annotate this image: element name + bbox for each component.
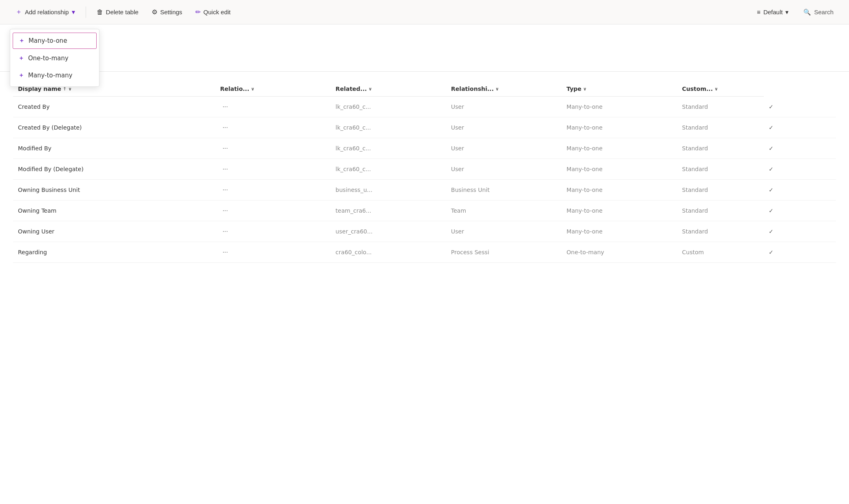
sort-icon: ∨ [369, 86, 372, 92]
cell-actions: ··· [215, 97, 331, 117]
table-cell: Created By [13, 97, 215, 117]
default-label: Default [763, 9, 783, 15]
search-button[interactable]: 🔍 Search [798, 5, 839, 19]
plus-icon: ＋ [15, 8, 22, 16]
checkmark-icon: ✓ [769, 145, 774, 152]
table-cell: User [446, 159, 562, 180]
settings-button[interactable]: ⚙ Settings [146, 5, 188, 19]
sort-desc-icon: ∨ [68, 86, 72, 92]
default-view-button[interactable]: ≡ Default ▾ [751, 5, 794, 19]
table-cell: cra60_colo... [331, 242, 446, 263]
cell-custom: ✓ [764, 117, 836, 138]
table-row: Modified By···lk_cra60_c...UserMany-to-o… [13, 138, 836, 159]
toolbar-right: ≡ Default ▾ 🔍 Search [751, 5, 839, 19]
table-cell: Created By (Delegate) [13, 117, 215, 138]
many-to-many-label: Many-to-many [28, 72, 73, 79]
table-cell: Team [446, 200, 562, 221]
table-row: Owning Team···team_cra6...TeamMany-to-on… [13, 200, 836, 221]
table-row: Regarding···cra60_colo...Process SessiOn… [13, 242, 836, 263]
row-actions-button[interactable]: ··· [220, 227, 230, 236]
cell-actions: ··· [215, 242, 331, 263]
row-actions-button[interactable]: ··· [220, 248, 230, 257]
sort-icon: ∨ [251, 86, 254, 92]
row-actions-button[interactable]: ··· [220, 206, 230, 215]
many-to-many-option[interactable]: ＋ Many-to-many [10, 67, 99, 84]
breadcrumb-area: Tables › Color [0, 24, 849, 50]
table-row: Modified By (Delegate)···lk_cra60_c...Us… [13, 159, 836, 180]
table-cell: Owning Business Unit [13, 180, 215, 200]
table-row: Created By (Delegate)···lk_cra60_c...Use… [13, 117, 836, 138]
trash-icon: 🗑 [97, 9, 103, 16]
row-actions-button[interactable]: ··· [220, 185, 230, 194]
table-cell: Owning Team [13, 200, 215, 221]
quick-edit-label: Quick edit [203, 9, 231, 15]
table-cell: Standard [677, 97, 764, 117]
table-cell: Many-to-one [562, 117, 677, 138]
search-icon: 🔍 [803, 9, 811, 16]
sort-icon: ∨ [583, 86, 587, 92]
cell-custom: ✓ [764, 138, 836, 159]
pencil-icon: ✏ [195, 8, 201, 16]
one-to-many-option[interactable]: ＋ One-to-many [10, 50, 99, 67]
table-cell: lk_cra60_c... [331, 138, 446, 159]
toolbar: ＋ Add relationship ▾ ＋ Many-to-one ＋ One… [0, 0, 849, 24]
toolbar-divider-1 [86, 7, 86, 18]
row-actions-button[interactable]: ··· [220, 144, 230, 153]
cell-actions: ··· [215, 159, 331, 180]
plus-icon: ＋ [19, 37, 24, 44]
col-header-relation[interactable]: Relatio... ∨ [215, 81, 331, 97]
relationships-table: Display name ↑ ∨ Relatio... ∨ Related...… [13, 81, 836, 263]
table-cell: Regarding [13, 242, 215, 263]
quick-edit-button[interactable]: ✏ Quick edit [190, 5, 237, 19]
row-actions-button[interactable]: ··· [220, 123, 230, 132]
add-relationship-dropdown: ＋ Add relationship ▾ ＋ Many-to-one ＋ One… [10, 4, 81, 20]
cell-actions: ··· [215, 200, 331, 221]
cell-actions: ··· [215, 117, 331, 138]
checkmark-icon: ✓ [769, 166, 774, 172]
sort-asc-icon: ↑ [63, 86, 66, 92]
sort-icon: ∨ [495, 86, 499, 92]
table-body: Created By···lk_cra60_c...UserMany-to-on… [13, 97, 836, 263]
row-actions-button[interactable]: ··· [220, 102, 230, 111]
breadcrumb: Tables › [13, 32, 836, 38]
col-header-relationship[interactable]: Relationshi... ∨ [446, 81, 562, 97]
table-cell: Many-to-one [562, 138, 677, 159]
cell-custom: ✓ [764, 97, 836, 117]
checkmark-icon: ✓ [769, 124, 774, 131]
table-cell: Modified By (Delegate) [13, 159, 215, 180]
chevron-down-icon: ▾ [72, 8, 75, 16]
col-header-related[interactable]: Related... ∨ [331, 81, 446, 97]
table-cell: Standard [677, 200, 764, 221]
page-title: Color [13, 40, 836, 50]
table-cell: Many-to-one [562, 180, 677, 200]
delete-table-button[interactable]: 🗑 Delete table [91, 5, 144, 19]
add-relationship-label: Add relationship [25, 9, 69, 15]
checkmark-icon: ✓ [769, 249, 774, 255]
add-relationship-button[interactable]: ＋ Add relationship ▾ [10, 4, 81, 20]
table-row: Owning Business Unit···business_u...Busi… [13, 180, 836, 200]
plus-icon: ＋ [18, 72, 24, 79]
table-cell: team_cra6... [331, 200, 446, 221]
many-to-one-option[interactable]: ＋ Many-to-one [13, 33, 97, 49]
table-cell: Many-to-one [562, 221, 677, 242]
chevron-down-icon: ▾ [785, 9, 789, 16]
col-header-custom[interactable]: Custom... ∨ [677, 81, 764, 97]
table-cell: Owning User [13, 221, 215, 242]
menu-icon: ≡ [757, 9, 761, 15]
table-cell: Process Sessi [446, 242, 562, 263]
search-label: Search [814, 9, 834, 15]
cell-custom: ✓ [764, 159, 836, 180]
table-cell: lk_cra60_c... [331, 117, 446, 138]
table-row: Created By···lk_cra60_c...UserMany-to-on… [13, 97, 836, 117]
cell-custom: ✓ [764, 221, 836, 242]
col-header-type[interactable]: Type ∨ [562, 81, 677, 97]
tabs-container: Relationships Views [0, 55, 849, 72]
many-to-one-label: Many-to-one [29, 37, 67, 44]
table-cell: One-to-many [562, 242, 677, 263]
row-actions-button[interactable]: ··· [220, 165, 230, 174]
checkmark-icon: ✓ [769, 187, 774, 193]
delete-table-label: Delete table [106, 9, 139, 15]
checkmark-icon: ✓ [769, 103, 774, 110]
main-content: Display name ↑ ∨ Relatio... ∨ Related...… [0, 72, 849, 273]
table-cell: user_cra60... [331, 221, 446, 242]
